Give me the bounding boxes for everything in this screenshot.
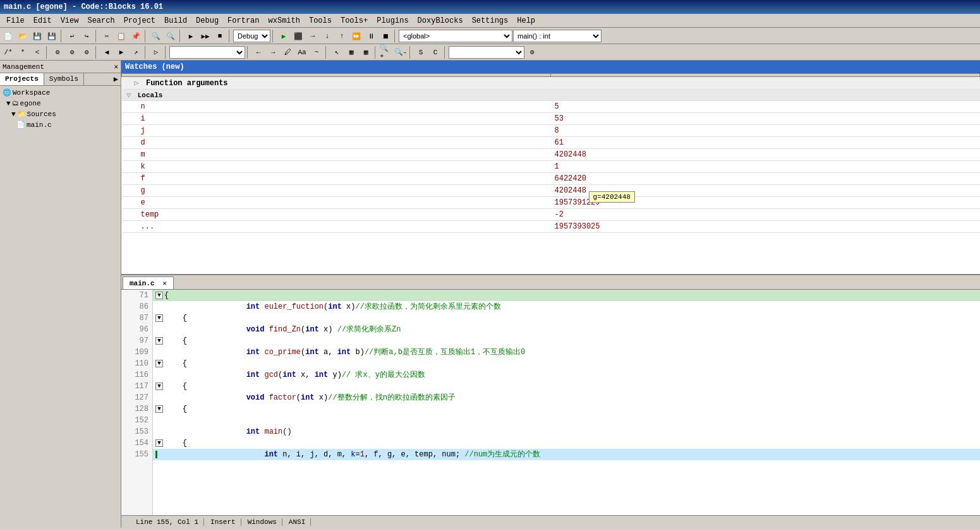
- menu-file[interactable]: File: [3, 15, 28, 27]
- code-area[interactable]: ▼ { int euler_fuction(int x)//求欧拉函数，为简化剩…: [153, 290, 980, 515]
- func-select[interactable]: main() : int: [513, 30, 602, 42]
- tb2-jump[interactable]: ↗: [129, 45, 143, 59]
- editor-tab-mainc[interactable]: main.c ✕: [123, 276, 174, 289]
- tb-debug-out[interactable]: ↑: [335, 29, 349, 43]
- tb2-extra[interactable]: ⚙: [525, 45, 539, 59]
- expand-icon-funcargs[interactable]: ▷: [135, 79, 139, 88]
- tb-undo[interactable]: ↩: [65, 29, 79, 43]
- tb-cut[interactable]: ✂: [100, 29, 114, 43]
- tree-sources[interactable]: ▼ 📁 Sources: [1, 109, 119, 119]
- tb-new[interactable]: 📄: [1, 29, 15, 43]
- tb2-uncomment[interactable]: *: [16, 45, 30, 59]
- tb2-zoomout[interactable]: 🔍-: [394, 45, 408, 59]
- tb2-select[interactable]: [169, 46, 245, 59]
- tree-project[interactable]: ▼ 🗂 egone: [1, 98, 119, 109]
- tb2-prev[interactable]: ◀: [100, 45, 114, 59]
- tb-debug-pause[interactable]: ⏸: [364, 29, 378, 43]
- menu-doxyblocks[interactable]: DoxyBlocks: [414, 15, 467, 27]
- tb2-s[interactable]: S: [414, 45, 428, 59]
- tb2-b2[interactable]: ⚙: [65, 45, 79, 59]
- menu-plugins[interactable]: Plugins: [373, 15, 412, 27]
- management-close[interactable]: ✕: [114, 62, 118, 71]
- tb-copy[interactable]: 📋: [114, 29, 128, 43]
- tb-debug-stop2[interactable]: ⏹: [378, 29, 392, 43]
- tb-run[interactable]: ▶▶: [198, 29, 212, 43]
- fold-110[interactable]: ▼: [155, 360, 163, 367]
- tb2-b3[interactable]: ⚙: [80, 45, 94, 59]
- fold-71[interactable]: ▼: [155, 292, 163, 299]
- fold-154[interactable]: ▼: [155, 439, 163, 447]
- tb-debug-stop[interactable]: ⬛: [291, 29, 305, 43]
- var-val-d: 61: [555, 138, 564, 147]
- menu-debug[interactable]: Debug: [192, 15, 222, 27]
- tb2-next[interactable]: ▶: [114, 45, 128, 59]
- fold-87[interactable]: ▼: [155, 314, 163, 322]
- tab-symbols[interactable]: Symbols: [44, 73, 84, 85]
- menu-wxsmith[interactable]: wxSmith: [265, 15, 304, 27]
- tb-debug-run[interactable]: ▶: [277, 29, 291, 43]
- menu-settings[interactable]: Settings: [468, 15, 512, 27]
- tb-saveall[interactable]: 💾: [45, 29, 59, 43]
- tb2-fwd[interactable]: →: [266, 45, 280, 59]
- tb2-zoomin[interactable]: 🔍+: [379, 45, 393, 59]
- tb-build[interactable]: ▶: [184, 29, 198, 43]
- tree-workspace[interactable]: 🌐 Workspace: [1, 87, 119, 98]
- tb2-highlight[interactable]: 🖊: [281, 45, 294, 59]
- tb2-select2[interactable]: [449, 46, 524, 59]
- var-row-k: k 1: [122, 161, 980, 173]
- tb-debug-run2[interactable]: ⏩: [349, 29, 363, 43]
- menu-toolsplus[interactable]: Tools+: [337, 15, 372, 27]
- tb-findnext[interactable]: 🔍: [164, 29, 178, 43]
- global-select[interactable]: <global>: [399, 30, 512, 42]
- menu-view[interactable]: View: [57, 15, 83, 27]
- tab-projects[interactable]: Projects: [0, 73, 44, 85]
- code-line-86[interactable]: int euler_fuction(int x)//求欧拉函数，为简化剩余系里元…: [153, 301, 980, 312]
- code-line-109[interactable]: int co_prime(int a, int b)//判断a,b是否互质，互质…: [153, 347, 980, 358]
- sep12: [247, 46, 250, 59]
- menu-search[interactable]: Search: [83, 15, 118, 27]
- menu-project[interactable]: Project: [120, 15, 159, 27]
- tb-paste[interactable]: 📌: [129, 29, 143, 43]
- menu-tools[interactable]: Tools: [305, 15, 336, 27]
- menu-build[interactable]: Build: [160, 15, 191, 27]
- tree-mainc[interactable]: 📄 main.c: [1, 119, 119, 130]
- var-name-e: e: [141, 198, 145, 207]
- tb2-lt[interactable]: <: [30, 45, 44, 59]
- tb-find[interactable]: 🔍: [149, 29, 163, 43]
- fold-spacer-116: [155, 371, 163, 379]
- tb2-comment[interactable]: /*: [1, 45, 15, 59]
- tb2-c[interactable]: C: [428, 45, 442, 59]
- ln-128: 128: [121, 403, 152, 415]
- tb-debug-next[interactable]: →: [306, 29, 320, 43]
- code-line-155[interactable]: int n, i, j, d, m, k=1, f, g, e, temp, n…: [153, 449, 980, 460]
- tb-stop[interactable]: ■: [213, 29, 227, 43]
- tab-arrow[interactable]: ▶: [111, 73, 121, 85]
- editor-tab-close[interactable]: ✕: [162, 280, 167, 287]
- expand-icon-locals[interactable]: ▽: [127, 92, 131, 99]
- tb-save[interactable]: 💾: [30, 29, 44, 43]
- debug-select[interactable]: Debug: [233, 30, 270, 42]
- code-line-127[interactable]: void factor(int x)//整数分解，找n的欧拉函数的素因子: [153, 392, 980, 403]
- tb-debug-step[interactable]: ↓: [320, 29, 334, 43]
- watches-table: ▷ Function arguments ▽ Locals n: [121, 73, 980, 274]
- tb-redo[interactable]: ↪: [80, 29, 94, 43]
- code-line-116[interactable]: int gcd(int x, int y)// 求x、y的最大公因数: [153, 369, 980, 381]
- tb2-b1[interactable]: ⚙: [51, 45, 64, 59]
- fold-117[interactable]: ▼: [155, 383, 163, 390]
- tb2-run3[interactable]: ▷: [149, 45, 163, 59]
- code-line-153[interactable]: int main(): [153, 426, 980, 437]
- menu-help[interactable]: Help: [513, 15, 539, 27]
- tb2-boxes[interactable]: ▦: [344, 45, 358, 59]
- tb2-tilde[interactable]: ~: [310, 45, 324, 59]
- tb2-boxes2[interactable]: ▦: [359, 45, 373, 59]
- fold-128[interactable]: ▼: [155, 405, 163, 413]
- code-line-96[interactable]: void find_Zn(int x) //求简化剩余系Zn: [153, 324, 980, 335]
- ln-86: 86: [121, 301, 152, 312]
- tb2-back[interactable]: ←: [251, 45, 265, 59]
- menu-edit[interactable]: Edit: [30, 15, 56, 27]
- fold-97[interactable]: ▼: [155, 337, 163, 345]
- tb2-aa[interactable]: Aa: [295, 45, 309, 59]
- tb-open[interactable]: 📂: [16, 29, 30, 43]
- tb2-mouse[interactable]: ↖: [330, 45, 344, 59]
- menu-fortran[interactable]: Fortran: [224, 15, 263, 27]
